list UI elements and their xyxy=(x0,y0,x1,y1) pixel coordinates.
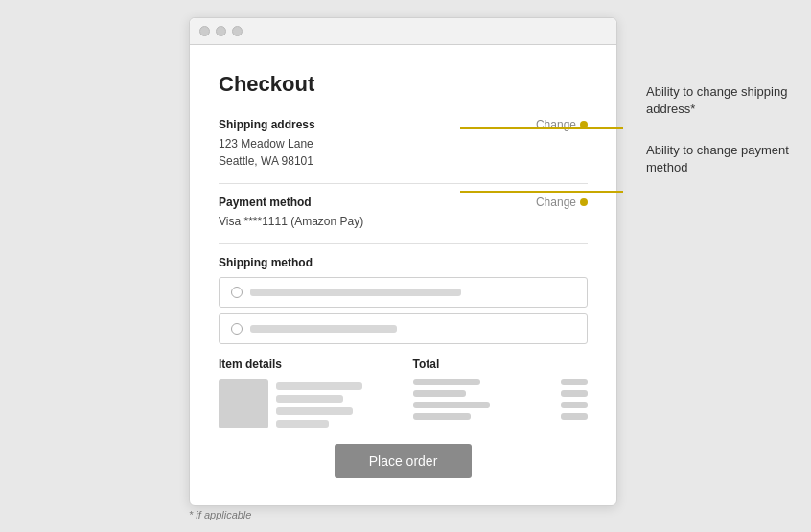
payment-method-section: Payment method Change Visa ****1111 (Ama… xyxy=(219,196,588,230)
total-bar-right-2 xyxy=(561,390,588,397)
total-row-4 xyxy=(413,413,589,420)
payment-method-value: Visa ****1111 (Amazon Pay) xyxy=(219,213,588,230)
total-row-3 xyxy=(413,402,589,408)
checkout-title: Checkout xyxy=(219,72,588,97)
item-desc-bar-3 xyxy=(276,407,353,415)
annotation-payment: Ability to change payment method xyxy=(646,142,799,176)
bottom-section: Item details Total xyxy=(219,358,588,428)
item-desc-bar-2 xyxy=(276,395,343,403)
total-col: Total xyxy=(413,358,589,428)
divider-2 xyxy=(219,243,588,244)
divider-1 xyxy=(219,183,588,184)
radio-circle-2 xyxy=(231,323,243,335)
payment-method-change[interactable]: Change xyxy=(536,196,588,209)
total-bar-left-1 xyxy=(413,379,480,385)
shipping-address-label: Shipping address xyxy=(219,118,315,131)
total-bar-right-4 xyxy=(561,413,588,420)
item-details-inner xyxy=(219,379,394,428)
item-desc-bar-1 xyxy=(276,382,362,390)
browser-dot-yellow xyxy=(216,26,226,36)
shipping-option-2[interactable] xyxy=(219,313,588,344)
total-bar-left-2 xyxy=(413,390,466,397)
item-thumbnail xyxy=(219,379,268,428)
total-bar-right-1 xyxy=(561,379,588,385)
payment-method-header: Payment method Change xyxy=(219,196,588,209)
item-desc-bars xyxy=(276,379,362,428)
total-row-2 xyxy=(413,390,589,397)
payment-method-label: Payment method xyxy=(219,196,312,209)
item-details-label: Item details xyxy=(219,358,394,371)
shipping-address-section: Shipping address Change 123 Meadow Lane … xyxy=(219,118,588,170)
shipping-address-header: Shipping address Change xyxy=(219,118,588,131)
shipping-address-change[interactable]: Change xyxy=(536,118,588,131)
browser-window: Checkout Shipping address Change 123 Mea… xyxy=(189,17,617,506)
browser-titlebar xyxy=(190,18,616,45)
total-bar-right-3 xyxy=(561,402,588,408)
browser-dot-green xyxy=(232,26,243,36)
item-desc-bar-4 xyxy=(276,420,329,428)
place-order-button[interactable]: Place order xyxy=(335,444,473,478)
total-bars xyxy=(413,379,589,420)
shipping-address-line2: Seattle, WA 98101 xyxy=(219,152,588,170)
shipping-option-1-bar xyxy=(250,289,461,296)
annotation-line-shipping xyxy=(460,127,623,129)
shipping-method-label: Shipping method xyxy=(219,256,588,269)
total-row-1 xyxy=(413,379,589,385)
radio-circle-1 xyxy=(231,287,243,298)
annotation-line-payment xyxy=(460,191,623,193)
shipping-address-line1: 123 Meadow Lane xyxy=(219,135,588,152)
payment-change-dot xyxy=(580,198,588,206)
footnote: * if applicable xyxy=(189,509,251,520)
annotation-shipping: Ability to change shipping address* xyxy=(646,83,799,118)
item-details-col: Item details xyxy=(219,358,394,428)
total-bar-left-3 xyxy=(413,402,490,408)
total-label: Total xyxy=(413,358,589,371)
shipping-option-2-bar xyxy=(250,325,397,333)
page-wrapper: Checkout Shipping address Change 123 Mea… xyxy=(0,0,811,532)
browser-content: Checkout Shipping address Change 123 Mea… xyxy=(190,45,616,505)
browser-dot-red xyxy=(199,26,210,36)
shipping-method-section: Shipping method xyxy=(219,256,588,344)
shipping-option-1[interactable] xyxy=(219,277,588,308)
total-bar-left-4 xyxy=(413,413,471,420)
